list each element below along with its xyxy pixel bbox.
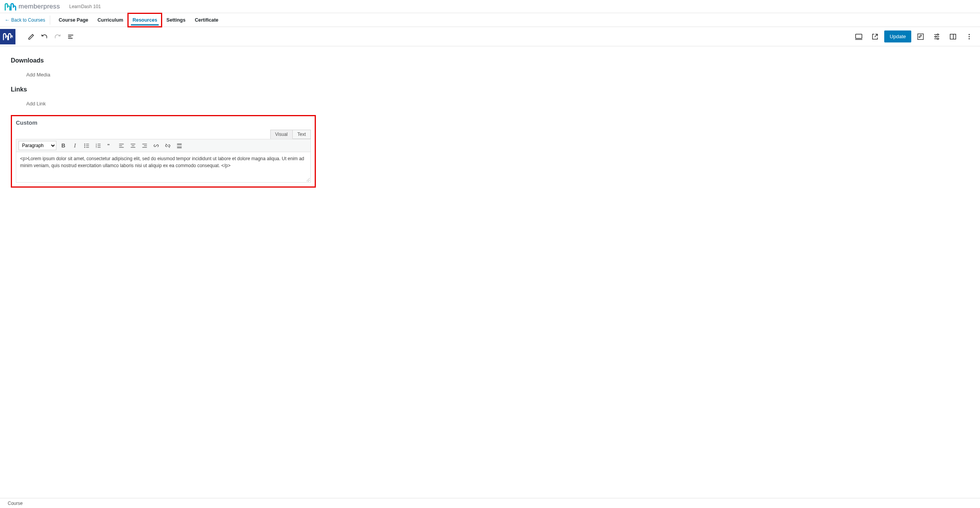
undo-icon[interactable] — [38, 30, 51, 43]
tab-certificate[interactable]: Certificate — [190, 13, 223, 27]
svg-point-12 — [969, 36, 970, 37]
nav-separator — [50, 15, 50, 25]
links-heading: Links — [11, 86, 969, 93]
update-button[interactable]: Update — [884, 30, 911, 42]
align-right-icon[interactable] — [140, 141, 149, 150]
tab-course-page[interactable]: Course Page — [54, 13, 93, 27]
back-to-courses-link[interactable]: ← Back to Courses — [2, 17, 47, 23]
editor-toolbar-row: Update — [0, 27, 980, 46]
edit-post-icon[interactable] — [914, 30, 927, 44]
remove-link-icon[interactable] — [163, 141, 172, 150]
more-options-icon[interactable] — [962, 30, 976, 44]
brand-text: memberpress — [19, 3, 60, 10]
top-header: memberpress LearnDash 101 — [0, 0, 980, 13]
svg-point-8 — [937, 38, 939, 39]
svg-point-18 — [84, 147, 85, 148]
toolbar-right: Update — [852, 30, 976, 44]
tab-resources[interactable]: Resources — [128, 13, 162, 27]
breadcrumb-title: LearnDash 101 — [69, 4, 101, 9]
downloads-heading: Downloads — [11, 57, 969, 64]
align-left-icon[interactable] — [117, 141, 126, 150]
bold-icon[interactable]: B — [59, 141, 68, 150]
blockquote-icon[interactable]: " — [105, 141, 114, 150]
text-tab[interactable]: Text — [293, 130, 311, 139]
editor-text: <p>Lorem ipsum dolor sit amet, consectet… — [20, 156, 304, 168]
custom-heading: Custom — [16, 119, 311, 126]
editor-textarea[interactable]: <p>Lorem ipsum dolor sit amet, consectet… — [16, 152, 311, 183]
svg-text:3: 3 — [95, 146, 97, 148]
add-link-button[interactable]: Add Link — [26, 101, 969, 107]
toolbar-left — [4, 29, 77, 44]
add-media-button[interactable]: Add Media — [26, 72, 969, 78]
svg-point-16 — [84, 145, 85, 146]
content-area: Downloads Add Media Links Add Link Custo… — [0, 46, 980, 211]
insert-link-icon[interactable] — [151, 141, 161, 150]
svg-rect-39 — [177, 147, 181, 148]
resize-handle-icon[interactable] — [305, 177, 310, 181]
svg-point-11 — [969, 34, 970, 35]
edit-tool-icon[interactable] — [25, 30, 38, 43]
editor-mode-tabs: Visual Text — [16, 130, 311, 139]
external-link-icon[interactable] — [868, 30, 882, 44]
nav-tabs: Course Page Curriculum Resources Setting… — [54, 13, 223, 27]
bullet-list-icon[interactable] — [82, 141, 91, 150]
svg-point-7 — [935, 36, 936, 37]
memberpress-logo-icon — [5, 2, 16, 12]
read-more-icon[interactable] — [175, 141, 184, 150]
tab-settings[interactable]: Settings — [162, 13, 190, 27]
document-outline-icon[interactable] — [64, 30, 77, 43]
svg-rect-9 — [950, 34, 956, 39]
sidebar-toggle-icon[interactable] — [946, 30, 960, 44]
back-label: Back to Courses — [11, 17, 45, 23]
svg-point-6 — [937, 34, 939, 35]
arrow-left-icon: ← — [5, 17, 10, 23]
tinymce-toolbar: Paragraph B I 123 " — [16, 139, 311, 152]
paragraph-select[interactable]: Paragraph — [19, 141, 56, 150]
svg-point-13 — [969, 38, 970, 39]
block-settings-icon[interactable] — [930, 30, 944, 44]
brand-logo[interactable]: memberpress — [5, 2, 60, 12]
tab-curriculum[interactable]: Curriculum — [93, 13, 128, 27]
svg-text:": " — [107, 142, 109, 148]
svg-point-14 — [84, 143, 85, 144]
custom-editor-block: Custom Visual Text Paragraph B I 123 " — [11, 115, 316, 188]
visual-tab[interactable]: Visual — [270, 130, 293, 139]
view-desktop-icon[interactable] — [852, 30, 866, 44]
svg-rect-37 — [177, 143, 181, 145]
numbered-list-icon[interactable]: 123 — [93, 141, 103, 150]
svg-rect-3 — [856, 34, 862, 38]
svg-line-36 — [166, 144, 170, 147]
redo-icon[interactable] — [51, 30, 64, 43]
course-nav: ← Back to Courses Course Page Curriculum… — [0, 13, 980, 27]
align-center-icon[interactable] — [128, 141, 137, 150]
italic-icon[interactable]: I — [70, 141, 80, 150]
memberpress-square-icon[interactable] — [0, 29, 15, 44]
